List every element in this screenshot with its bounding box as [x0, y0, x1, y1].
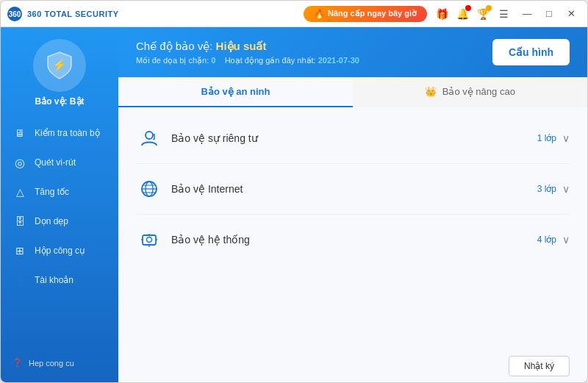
tools-icon: ⊞	[12, 243, 27, 258]
svg-point-3	[146, 132, 153, 139]
sidebar-menu: 🖥 Kiểm tra toàn bộ ◎ Quét vi-rút △ Tăng …	[1, 118, 118, 295]
privacy-icon	[136, 125, 162, 151]
trophy-icon[interactable]: 🏆	[476, 7, 490, 21]
system-label: Bảo vệ hệ thống	[171, 234, 537, 246]
scan-label: Kiểm tra toàn bộ	[35, 128, 100, 138]
privacy-label: Bảo vệ sự riêng tư	[171, 132, 537, 144]
blocked-label: Mối đe dọa bị chặn:	[136, 56, 209, 65]
logo-icon: 360	[7, 6, 23, 22]
content-footer: Nhật ký	[118, 350, 587, 382]
trophy-badge	[486, 5, 492, 11]
clean-label: Dọn dẹp	[35, 216, 68, 226]
help-section: ❓ Hep cong cu	[1, 343, 118, 382]
sidebar-item-clean[interactable]: 🗄 Dọn dẹp	[1, 207, 118, 236]
account-label: Tài khoản	[35, 275, 74, 285]
sidebar-item-tools[interactable]: ⊞ Hộp công cụ	[1, 236, 118, 265]
upgrade-button[interactable]: 🔥 Nâng cấp ngay bây giờ	[304, 6, 427, 22]
sidebar-item-scan[interactable]: 🖥 Kiểm tra toàn bộ	[1, 118, 118, 148]
sidebar-item-virus[interactable]: ◎ Quét vi-rút	[1, 148, 118, 177]
system-count: 4 lớp	[537, 235, 556, 245]
title-icons: 🎁 🔔 🏆 ☰	[434, 7, 511, 21]
blocked-count: 0	[211, 56, 215, 65]
tools-label: Hộp công cụ	[35, 246, 85, 256]
help-label: Hep cong cu	[29, 359, 74, 368]
help-icon: ❓	[12, 358, 23, 368]
internet-icon	[136, 176, 162, 202]
app-logo: 360 360 TOTAL SECURITY	[7, 6, 119, 22]
system-icon	[136, 226, 162, 253]
privacy-chevron: ∨	[562, 132, 570, 144]
tabs: Bảo vệ an ninh 👑 Bảo vệ nâng cao	[118, 77, 587, 107]
minimize-button[interactable]: —	[517, 4, 537, 24]
config-button[interactable]: Cấu hình	[492, 39, 570, 65]
tab-security[interactable]: Bảo vệ an ninh	[118, 77, 353, 107]
window-controls: — □ ✕	[517, 4, 581, 24]
protection-item-internet[interactable]: Bảo vệ Internet 3 lớp ∨	[136, 164, 570, 215]
crown-icon: 👑	[425, 86, 437, 97]
tab-security-label: Bảo vệ an ninh	[201, 86, 270, 97]
protection-item-system[interactable]: Bảo vệ hệ thống 4 lớp ∨	[136, 215, 570, 265]
clean-icon: 🗄	[12, 214, 27, 229]
system-chevron: ∨	[562, 234, 570, 246]
notification-badge	[465, 5, 471, 11]
scan-icon: 🖥	[12, 126, 27, 140]
protection-list: Bảo vệ sự riêng tư 1 lớp ∨ B	[118, 107, 587, 350]
sidebar-item-account[interactable]: 👤 Tài khoản	[1, 265, 118, 295]
virus-label: Quét vi-rút	[35, 157, 76, 168]
content-area: Chế độ bảo vệ: Hiệu suất Mối đe dọa bị c…	[118, 27, 587, 382]
internet-count: 3 lớp	[537, 184, 556, 194]
virus-icon: ◎	[12, 155, 27, 170]
notification-icon[interactable]: 🔔	[455, 7, 470, 21]
shield-icon: ⚡	[33, 39, 86, 92]
title-bar: 360 360 TOTAL SECURITY 🔥 Nâng cấp ngay b…	[1, 1, 587, 27]
close-button[interactable]: ✕	[561, 4, 581, 24]
recent-date: 2021-07-30	[318, 56, 359, 65]
tab-advanced[interactable]: 👑 Bảo vệ nâng cao	[353, 77, 587, 107]
sidebar: ⚡ Bảo vệ: Bật 🖥 Kiểm tra toàn bộ ◎ Quét …	[1, 27, 118, 382]
mode-value: Hiệu suất	[216, 40, 267, 52]
internet-chevron: ∨	[562, 183, 570, 195]
speed-label: Tăng tốc	[35, 187, 69, 197]
gift-icon[interactable]: 🎁	[434, 7, 449, 21]
svg-text:⚡: ⚡	[52, 58, 67, 72]
protection-item-privacy[interactable]: Bảo vệ sự riêng tư 1 lớp ∨	[136, 113, 570, 164]
content-header: Chế độ bảo vệ: Hiệu suất Mối đe dọa bị c…	[118, 27, 587, 77]
account-icon: 👤	[12, 273, 27, 287]
log-button[interactable]: Nhật ký	[509, 356, 570, 376]
internet-label: Bảo vệ Internet	[171, 183, 537, 195]
protection-status: Bảo vệ: Bật	[35, 96, 85, 107]
shield-svg: ⚡	[43, 49, 76, 82]
upgrade-icon: 🔥	[314, 9, 325, 19]
help-item[interactable]: ❓ Hep cong cu	[1, 352, 118, 373]
recent-label: Hoạt động gần đây nhất:	[225, 56, 316, 65]
restore-button[interactable]: □	[539, 4, 559, 24]
svg-point-10	[147, 237, 152, 243]
speed-icon: △	[12, 185, 27, 199]
privacy-count: 1 lớp	[537, 133, 556, 143]
app-title: 360 TOTAL SECURITY	[27, 10, 119, 18]
app-window: 360 360 TOTAL SECURITY 🔥 Nâng cấp ngay b…	[0, 0, 588, 383]
main-layout: ⚡ Bảo vệ: Bật 🖥 Kiểm tra toàn bộ ◎ Quét …	[1, 27, 587, 382]
header-mode: Chế độ bảo vệ: Hiệu suất	[136, 40, 359, 53]
menu-icon[interactable]: ☰	[496, 7, 511, 21]
header-info: Chế độ bảo vệ: Hiệu suất Mối đe dọa bị c…	[136, 40, 359, 65]
sidebar-item-speed[interactable]: △ Tăng tốc	[1, 177, 118, 207]
mode-label: Chế độ bảo vệ:	[136, 40, 212, 52]
upgrade-label: Nâng cấp ngay bây giờ	[328, 9, 417, 18]
header-stats: Mối đe dọa bị chặn: 0 Hoạt động gần đây …	[136, 56, 359, 65]
tab-advanced-label: Bảo vệ nâng cao	[442, 86, 515, 97]
svg-text:360: 360	[9, 10, 21, 18]
